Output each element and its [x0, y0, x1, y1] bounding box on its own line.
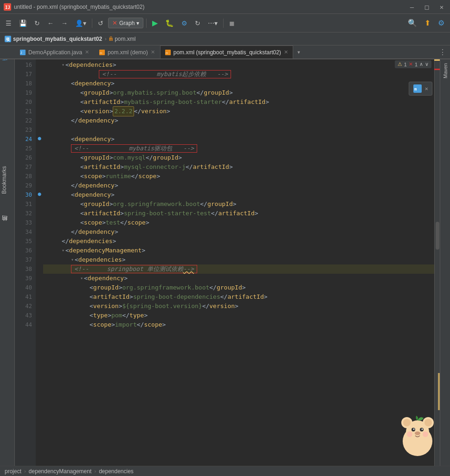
code-line-24: <dependency>: [43, 135, 434, 144]
tab-bar: J DemoApplication.java ✕ m pom.xml (demo…: [0, 45, 450, 59]
code-line-16: ▾ <dependencies>: [43, 60, 434, 70]
line-30: 30: [15, 190, 32, 199]
code-line-39: ▾ <dependency>: [43, 274, 434, 283]
update-button[interactable]: ⬆: [422, 17, 433, 29]
maximize-button[interactable]: □: [422, 3, 431, 11]
minimize-button[interactable]: —: [407, 3, 417, 11]
stop-button[interactable]: ◼: [226, 18, 238, 29]
more-run-button[interactable]: ⋯▾: [205, 18, 220, 29]
line-40: 40: [15, 283, 32, 292]
code-line-43: <type>pom</type>: [43, 311, 434, 320]
line-39: 39: [15, 274, 32, 283]
code-line-35: </dependencies>: [43, 237, 434, 246]
tab-close-0[interactable]: ✕: [85, 49, 89, 55]
line-42: 42: [15, 302, 32, 311]
code-line-31: <groupId>org.springframework.boot</group…: [43, 199, 434, 209]
tab-settings-button[interactable]: ⋮: [435, 48, 450, 57]
line-24: 24: [15, 135, 32, 144]
breadcrumb-project[interactable]: springboot_mybatis_quickstart02: [13, 36, 102, 42]
code-line-21: <version>2.2.2</version>: [43, 107, 434, 116]
code-line-36: ▾ <dependencyManagement>: [43, 246, 434, 255]
error-scroll-indicator: [434, 69, 440, 70]
save-button[interactable]: 💾: [16, 18, 30, 29]
line-37: 37: [15, 255, 32, 264]
gutter: ● ●: [36, 59, 43, 466]
line-17: 17: [15, 70, 32, 79]
maven-popup: m ✕: [409, 82, 432, 96]
bc-dependencies: dependencies: [99, 468, 134, 475]
undo-button[interactable]: ↺: [95, 18, 106, 29]
close-button[interactable]: ✕: [437, 3, 446, 11]
line-35: 35: [15, 237, 32, 246]
code-editor[interactable]: ▾ <dependencies> <!-- mybatis起步依赖 --> <d…: [43, 59, 434, 466]
line-25: 25: [15, 144, 32, 153]
app-icon: IJ: [4, 3, 11, 11]
coverage-button[interactable]: ⚙: [179, 18, 190, 29]
bug-button[interactable]: 🐛: [162, 17, 177, 29]
bc-dep-mgmt: dependencyManagement: [29, 468, 91, 475]
sidebar-icon-bookmarks[interactable]: Bookmarks: [0, 162, 14, 198]
back-button[interactable]: ←: [45, 18, 57, 29]
run-button[interactable]: ▶: [149, 17, 161, 29]
sidebar-icon-project[interactable]: 项: [0, 61, 14, 69]
svg-text:项: 项: [5, 37, 10, 42]
code-line-33: <scope>test</scope>: [43, 218, 434, 227]
code-line-22: </dependency>: [43, 116, 434, 125]
xml-file-icon-main: m: [165, 50, 171, 55]
line-27: 27: [15, 162, 32, 172]
maven-sidebar: Maven: [440, 59, 450, 466]
nav-breadcrumb: 项 springboot_mybatis_quickstart02 › m̈ p…: [0, 32, 450, 45]
forward-button[interactable]: →: [58, 18, 71, 29]
code-line-29: </dependency>: [43, 181, 434, 190]
graph-icon: ✕: [112, 19, 117, 26]
code-line-32: <artifactId>spring-boot-starter-test</ar…: [43, 209, 434, 218]
tab-close-1[interactable]: ✕: [151, 49, 155, 55]
code-line-18: <dependency>: [43, 79, 434, 88]
code-line-25: <!-- mybatis驱动包 -->: [43, 144, 434, 153]
maven-popup-close[interactable]: ✕: [425, 85, 428, 92]
code-line-26: <groupId>com.mysql</groupId>: [43, 153, 434, 162]
code-line-44: <scope>import</scope>: [43, 320, 434, 329]
maven-label[interactable]: Maven: [442, 59, 449, 82]
line-16: 16: [15, 60, 32, 70]
tab-pom-demo[interactable]: m pom.xml (demo) ✕: [94, 45, 160, 58]
toolbar-separator-1: [92, 19, 92, 28]
line-38: 38: [15, 264, 32, 274]
breakpoint-30[interactable]: ●: [36, 189, 43, 199]
tab-overflow-button[interactable]: ▾: [293, 48, 304, 56]
tab-demo-application[interactable]: J DemoApplication.java ✕: [15, 45, 94, 58]
svg-text:m: m: [414, 87, 417, 91]
project-icon: 项: [5, 36, 11, 42]
scrollbar[interactable]: [434, 59, 440, 466]
toolbar-separator-3: [223, 19, 224, 28]
reload-button[interactable]: ↻: [192, 18, 203, 29]
sidebar-icon-structure[interactable]: 结构: [0, 222, 14, 229]
warning-scroll-indicator: [434, 59, 440, 61]
graph-button[interactable]: ✕ Graph ▾: [108, 18, 143, 28]
graph-label: Graph: [119, 20, 135, 26]
line-33: 33: [15, 218, 32, 227]
search-button[interactable]: 🔍: [405, 17, 420, 29]
line-28: 28: [15, 172, 32, 181]
line-numbers: 16 17 18 19 20 21 22 23 24 25 26 27 28 2…: [15, 59, 36, 466]
svg-text:m: m: [100, 51, 102, 54]
code-line-27: <artifactId>mysql-connector-j</artifactI…: [43, 162, 434, 172]
line-34: 34: [15, 227, 32, 237]
refresh-button[interactable]: ↻: [32, 18, 43, 29]
graph-dropdown-icon: ▾: [136, 20, 139, 26]
hamburger-button[interactable]: ☰: [3, 18, 14, 29]
tab-close-2[interactable]: ✕: [284, 49, 288, 55]
tab-pom-main[interactable]: m pom.xml (springboot_mybatis_quickstart…: [160, 45, 293, 58]
line-22: 22: [15, 116, 32, 125]
svg-text:IJ: IJ: [5, 5, 10, 10]
breadcrumb-bottom: project › dependencyManagement › depende…: [0, 466, 450, 476]
breakpoint-24[interactable]: ●: [36, 134, 43, 143]
maven-popup-icon: m: [413, 84, 422, 93]
settings-button[interactable]: ⚙: [435, 17, 447, 29]
scrollbar-thumb[interactable]: [436, 222, 439, 250]
title-controls[interactable]: — □ ✕: [407, 3, 446, 11]
breadcrumb-file[interactable]: pom.xml: [115, 36, 135, 42]
recent-files-button[interactable]: 👤▾: [72, 18, 89, 29]
line-26: 26: [15, 153, 32, 162]
toolbar-separator-2: [146, 19, 147, 28]
